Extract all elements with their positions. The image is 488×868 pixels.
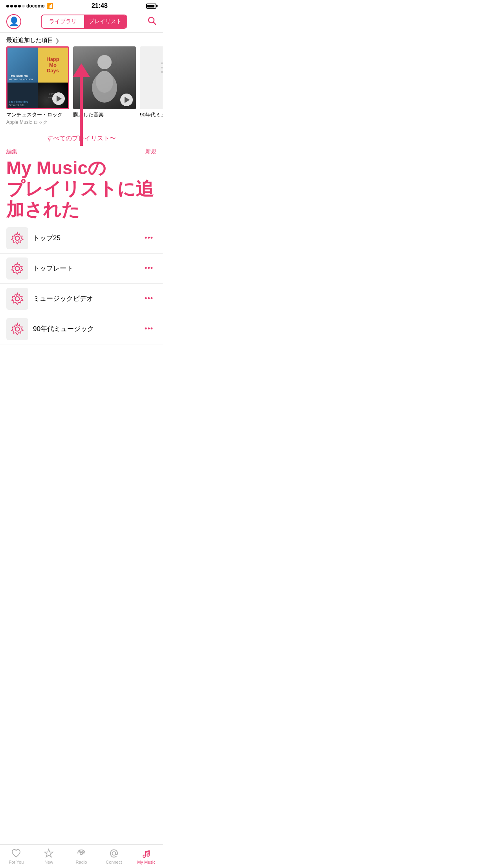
- signal-dot-1: [6, 5, 9, 7]
- status-left: docomo 📶: [6, 3, 53, 9]
- playlist-name-2: ミュージックビデオ: [28, 294, 141, 303]
- person-silhouette: [89, 52, 120, 103]
- playlist-item-1[interactable]: トップレート •••: [0, 254, 163, 284]
- search-button[interactable]: [147, 16, 156, 28]
- battery-icon: [146, 4, 156, 9]
- edit-button[interactable]: 編集: [6, 148, 17, 155]
- svg-point-2: [97, 55, 112, 69]
- new-button[interactable]: 新規: [145, 148, 156, 155]
- album-item-90s[interactable]: 90年代ミュージック: [140, 46, 163, 126]
- playlist-thumb-0: [6, 227, 28, 249]
- signal-dot-5: [22, 5, 25, 7]
- more-button-1[interactable]: •••: [141, 263, 156, 274]
- annotation-overlay: My Musicのプレイリストに追加された: [0, 158, 163, 223]
- playlist-thumb-1: [6, 257, 28, 280]
- battery-fill: [147, 5, 154, 7]
- playlist-item-0[interactable]: トップ25 •••: [0, 223, 163, 254]
- gear-icon-1: [10, 261, 24, 276]
- more-button-2[interactable]: •••: [141, 293, 156, 304]
- carrier-label: docomo: [26, 3, 45, 9]
- status-time: 21:48: [92, 2, 108, 9]
- avatar-icon: 👤: [9, 17, 19, 27]
- status-right: [146, 4, 156, 9]
- svg-point-10: [15, 327, 20, 331]
- signal-dot-2: [10, 5, 13, 7]
- signal-dot-4: [18, 5, 21, 7]
- arrow-annotation: [70, 63, 93, 150]
- playlist-list: トップ25 ••• トップレート ••• ミュージックビデオ •••: [0, 223, 163, 376]
- album-name-90s: 90年代ミュージック: [140, 111, 163, 118]
- play-triangle: [57, 96, 62, 102]
- grid-cell-2: HappMoDays: [38, 48, 68, 83]
- play-button-purchased[interactable]: [120, 94, 133, 106]
- album-thumb-manchester: THE SMITHSHATFUL OF HOLLOW HappMoDays Sa…: [6, 46, 69, 109]
- playlist-thumb-3: [6, 318, 28, 340]
- segment-control: ライブラリ プレイリスト: [41, 15, 127, 29]
- segment-library[interactable]: ライブラリ: [42, 15, 84, 28]
- svg-point-8: [15, 266, 20, 270]
- playlist-item-2[interactable]: ミュージックビデオ •••: [0, 284, 163, 314]
- album-thumb-90s: [140, 46, 163, 109]
- playlist-name-3: 90年代ミュージック: [28, 324, 141, 333]
- album-name-manchester: マンチェスター・ロック: [6, 111, 69, 118]
- signal-dot-3: [14, 5, 17, 7]
- playlist-name-1: トップレート: [28, 264, 141, 273]
- playlist-name-0: トップ25: [28, 234, 141, 243]
- svg-point-9: [15, 296, 20, 301]
- grid-cell-3: SadlyBrownBoyGreatest hits: [7, 83, 38, 108]
- album-sub-manchester: Apple Music ロック: [6, 119, 69, 126]
- gear-icon-0: [10, 231, 24, 245]
- avatar-button[interactable]: 👤: [6, 14, 21, 29]
- status-bar: docomo 📶 21:48: [0, 0, 163, 11]
- header: 👤 ライブラリ プレイリスト: [0, 11, 163, 33]
- play-triangle-2: [125, 97, 130, 103]
- playlist-thumb-2: [6, 288, 28, 310]
- annotation-text: My Musicのプレイリストに追加された: [6, 158, 156, 220]
- more-button-0[interactable]: •••: [141, 232, 156, 244]
- gear-icon-3: [10, 322, 24, 336]
- recently-added-chevron: ❯: [55, 37, 60, 44]
- signal-dots: [6, 5, 25, 7]
- recently-added-header[interactable]: 最近追加した項目 ❯: [0, 33, 163, 46]
- album-item-manchester[interactable]: THE SMITHSHATFUL OF HOLLOW HappMoDays Sa…: [6, 46, 69, 126]
- svg-line-1: [154, 22, 156, 25]
- recently-added-label: 最近追加した項目: [6, 37, 53, 44]
- svg-point-7: [15, 236, 20, 240]
- segment-playlist[interactable]: プレイリスト: [84, 15, 127, 28]
- grid-cell-1: THE SMITHSHATFUL OF HOLLOW: [7, 48, 38, 83]
- svg-point-4: [96, 71, 113, 93]
- svg-marker-6: [73, 63, 90, 77]
- more-button-3[interactable]: •••: [141, 323, 156, 335]
- gear-icon-2: [10, 292, 24, 306]
- wifi-icon: 📶: [46, 3, 53, 9]
- playlist-item-3[interactable]: 90年代ミュージック •••: [0, 314, 163, 344]
- play-button-manchester[interactable]: [52, 92, 65, 105]
